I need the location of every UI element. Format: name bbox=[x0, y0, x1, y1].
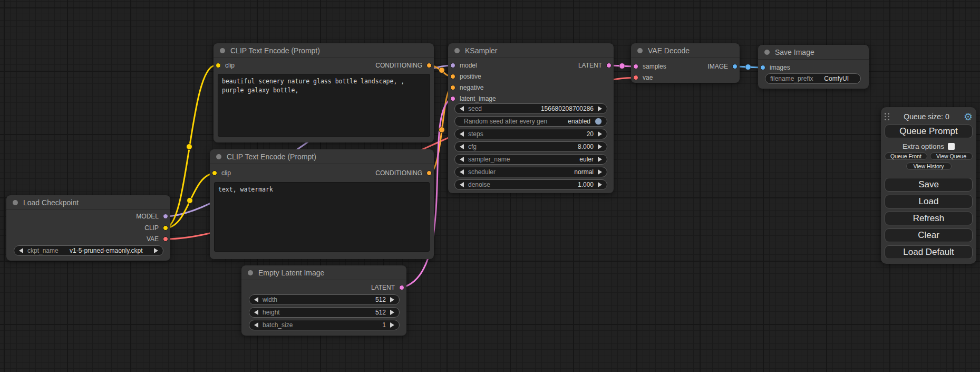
queue-menu-panel: Queue size: 0 ⚙ Queue Prompt Extra optio… bbox=[881, 107, 976, 264]
widget-seed[interactable]: seed 156680208700286 bbox=[454, 103, 607, 114]
output-conditioning: CONDITIONING bbox=[375, 168, 432, 178]
increment-arrow-icon[interactable] bbox=[154, 248, 158, 253]
node-title-bar[interactable]: Empty Latent Image bbox=[241, 265, 406, 280]
increment-arrow-icon[interactable] bbox=[598, 131, 602, 137]
node-title-bar[interactable]: VAE Decode bbox=[631, 43, 740, 58]
queue-front-button[interactable]: Queue Front bbox=[885, 152, 927, 160]
positive-prompt-textarea[interactable]: beautiful scenery nature glass bottle la… bbox=[218, 74, 430, 137]
conditioning-port-icon[interactable] bbox=[426, 63, 432, 68]
vae-port-icon[interactable] bbox=[633, 75, 638, 80]
decrement-arrow-icon[interactable] bbox=[460, 182, 464, 187]
link-dot bbox=[187, 198, 193, 204]
increment-arrow-icon[interactable] bbox=[598, 106, 602, 111]
node-save-image[interactable]: Save Image images filename_prefix ComfyU… bbox=[758, 45, 869, 89]
node-title-bar[interactable]: CLIP Text Encode (Prompt) bbox=[210, 149, 434, 164]
node-load-checkpoint[interactable]: Load Checkpoint MODEL CLIP VAE ckpt_name… bbox=[6, 195, 170, 261]
load-default-button[interactable]: Load Default bbox=[885, 245, 973, 259]
node-title: CLIP Text Encode (Prompt) bbox=[227, 152, 316, 161]
increment-arrow-icon[interactable] bbox=[390, 322, 394, 328]
node-clip-encode-positive[interactable]: CLIP Text Encode (Prompt) clip CONDITION… bbox=[214, 43, 434, 142]
widget-sampler-name[interactable]: sampler_name euler bbox=[454, 154, 607, 165]
widget-cfg[interactable]: cfg 8.000 bbox=[454, 141, 607, 152]
latent-port-icon[interactable] bbox=[606, 63, 612, 68]
increment-arrow-icon[interactable] bbox=[598, 157, 602, 162]
clip-port-icon[interactable] bbox=[216, 63, 221, 68]
comfyui-canvas[interactable]: { "colors": { "model": "#B39DDB", "clip"… bbox=[0, 0, 980, 372]
widget-height[interactable]: height 512 bbox=[249, 307, 400, 318]
load-button[interactable]: Load bbox=[885, 195, 973, 208]
clip-port-icon[interactable] bbox=[212, 170, 217, 176]
widget-batch-size[interactable]: batch_size 1 bbox=[249, 320, 400, 330]
conditioning-port-icon[interactable] bbox=[450, 85, 455, 90]
collapse-dot-icon[interactable] bbox=[637, 48, 643, 53]
view-history-button[interactable]: View History bbox=[906, 163, 952, 170]
decrement-arrow-icon[interactable] bbox=[254, 322, 258, 328]
drag-handle-icon[interactable] bbox=[885, 113, 889, 120]
settings-gear-icon[interactable]: ⚙ bbox=[964, 112, 973, 122]
node-title: KSampler bbox=[465, 46, 497, 55]
node-empty-latent-image[interactable]: Empty Latent Image LATENT width 512 heig… bbox=[241, 265, 406, 336]
latent-port-icon[interactable] bbox=[399, 285, 404, 290]
model-port-icon[interactable] bbox=[163, 214, 168, 219]
widget-width[interactable]: width 512 bbox=[249, 294, 400, 305]
input-clip: clip bbox=[216, 60, 235, 71]
decrement-arrow-icon[interactable] bbox=[254, 310, 258, 315]
extra-options-checkbox[interactable] bbox=[948, 143, 955, 150]
vae-port-icon[interactable] bbox=[163, 236, 168, 242]
decrement-arrow-icon[interactable] bbox=[460, 144, 464, 149]
node-vae-decode[interactable]: VAE Decode samples vae IMAGE bbox=[631, 43, 740, 83]
decrement-arrow-icon[interactable] bbox=[460, 131, 464, 137]
toggle-icon[interactable] bbox=[595, 118, 602, 125]
image-port-icon[interactable] bbox=[760, 65, 765, 70]
conditioning-port-icon[interactable] bbox=[426, 170, 432, 176]
node-title-bar[interactable]: Load Checkpoint bbox=[6, 195, 170, 210]
node-title-bar[interactable]: KSampler bbox=[448, 43, 614, 58]
widget-ckpt-name[interactable]: ckpt_name v1-5-pruned-emaonly.ckpt bbox=[14, 245, 163, 256]
node-title-bar[interactable]: Save Image bbox=[758, 45, 869, 60]
decrement-arrow-icon[interactable] bbox=[460, 169, 464, 175]
latent-port-icon[interactable] bbox=[450, 96, 455, 101]
view-queue-button[interactable]: View Queue bbox=[930, 152, 973, 160]
widget-steps[interactable]: steps 20 bbox=[454, 129, 607, 139]
clip-port-icon[interactable] bbox=[163, 225, 168, 231]
increment-arrow-icon[interactable] bbox=[598, 169, 602, 175]
negative-prompt-textarea[interactable]: text, watermark bbox=[214, 182, 430, 252]
save-button[interactable]: Save bbox=[885, 178, 973, 192]
refresh-button[interactable]: Refresh bbox=[885, 212, 973, 225]
increment-arrow-icon[interactable] bbox=[598, 182, 602, 187]
widget-random-seed[interactable]: Random seed after every gen enabled bbox=[454, 116, 607, 127]
collapse-dot-icon[interactable] bbox=[13, 200, 18, 205]
latent-port-icon[interactable] bbox=[633, 64, 638, 69]
collapse-dot-icon[interactable] bbox=[220, 48, 225, 53]
conditioning-port-icon[interactable] bbox=[450, 74, 455, 79]
node-ksampler[interactable]: KSampler model positive negative latent_… bbox=[448, 43, 614, 193]
collapse-dot-icon[interactable] bbox=[454, 48, 460, 53]
widget-filename-prefix[interactable]: filename_prefix ComfyUI bbox=[765, 73, 861, 84]
clear-button[interactable]: Clear bbox=[885, 228, 973, 242]
decrement-arrow-icon[interactable] bbox=[460, 157, 464, 162]
decrement-arrow-icon[interactable] bbox=[460, 106, 464, 111]
model-port-icon[interactable] bbox=[450, 63, 455, 68]
collapse-dot-icon[interactable] bbox=[248, 270, 253, 275]
input-model: model bbox=[450, 60, 477, 71]
collapse-dot-icon[interactable] bbox=[216, 154, 221, 159]
output-vae: VAE bbox=[147, 234, 168, 244]
decrement-arrow-icon[interactable] bbox=[19, 248, 23, 253]
widget-denoise[interactable]: denoise 1.000 bbox=[454, 179, 607, 190]
image-port-icon[interactable] bbox=[732, 64, 738, 69]
node-title: CLIP Text Encode (Prompt) bbox=[230, 46, 320, 55]
decrement-arrow-icon[interactable] bbox=[254, 297, 258, 302]
increment-arrow-icon[interactable] bbox=[390, 297, 394, 302]
output-latent: LATENT bbox=[578, 60, 612, 71]
output-model: MODEL bbox=[136, 211, 168, 222]
output-image: IMAGE bbox=[707, 61, 738, 72]
input-clip: clip bbox=[212, 168, 231, 178]
widget-scheduler[interactable]: scheduler normal bbox=[454, 167, 607, 177]
collapse-dot-icon[interactable] bbox=[764, 50, 770, 55]
node-clip-encode-negative[interactable]: CLIP Text Encode (Prompt) clip CONDITION… bbox=[210, 149, 434, 259]
node-title-bar[interactable]: CLIP Text Encode (Prompt) bbox=[214, 43, 434, 58]
increment-arrow-icon[interactable] bbox=[598, 144, 602, 149]
queue-prompt-button[interactable]: Queue Prompt bbox=[885, 125, 973, 138]
link-dot bbox=[439, 127, 445, 133]
increment-arrow-icon[interactable] bbox=[390, 310, 394, 315]
